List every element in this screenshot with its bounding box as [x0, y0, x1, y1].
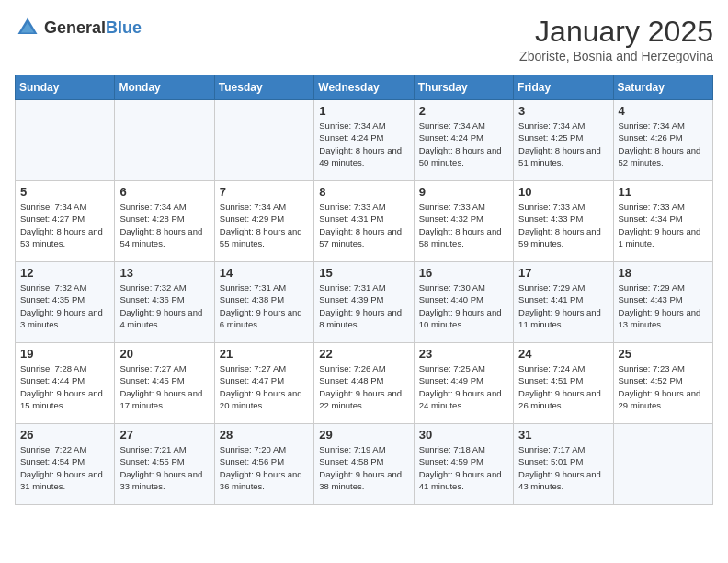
calendar-day-cell: 17Sunrise: 7:29 AM Sunset: 4:41 PM Dayli… [514, 262, 613, 343]
day-number: 24 [518, 347, 608, 361]
day-info: Sunrise: 7:17 AM Sunset: 5:01 PM Dayligh… [518, 443, 608, 492]
day-info: Sunrise: 7:27 AM Sunset: 4:47 PM Dayligh… [220, 362, 309, 411]
logo-blue: Blue [106, 18, 142, 37]
weekday-header-cell: Friday [514, 75, 613, 100]
day-number: 22 [319, 347, 408, 361]
day-info: Sunrise: 7:33 AM Sunset: 4:31 PM Dayligh… [319, 201, 408, 249]
day-info: Sunrise: 7:34 AM Sunset: 4:24 PM Dayligh… [419, 120, 508, 168]
weekday-header-cell: Tuesday [214, 75, 313, 100]
calendar-week-row: 1Sunrise: 7:34 AM Sunset: 4:24 PM Daylig… [16, 100, 713, 181]
day-info: Sunrise: 7:31 AM Sunset: 4:38 PM Dayligh… [220, 282, 309, 330]
day-info: Sunrise: 7:31 AM Sunset: 4:39 PM Dayligh… [319, 282, 408, 330]
day-info: Sunrise: 7:33 AM Sunset: 4:33 PM Dayligh… [518, 201, 608, 249]
calendar-day-cell [214, 100, 313, 181]
day-number: 10 [518, 185, 608, 199]
calendar-day-cell: 10Sunrise: 7:33 AM Sunset: 4:33 PM Dayli… [514, 181, 613, 262]
day-info: Sunrise: 7:21 AM Sunset: 4:55 PM Dayligh… [119, 443, 209, 492]
day-info: Sunrise: 7:24 AM Sunset: 4:51 PM Dayligh… [518, 362, 608, 411]
logo: GeneralBlue [15, 15, 142, 40]
day-info: Sunrise: 7:19 AM Sunset: 4:58 PM Dayligh… [319, 443, 408, 492]
calendar-day-cell: 18Sunrise: 7:29 AM Sunset: 4:43 PM Dayli… [613, 262, 712, 343]
day-number: 9 [419, 185, 508, 199]
weekday-header-cell: Saturday [613, 75, 712, 100]
calendar-day-cell: 21Sunrise: 7:27 AM Sunset: 4:47 PM Dayli… [214, 343, 313, 424]
calendar-day-cell: 15Sunrise: 7:31 AM Sunset: 4:39 PM Dayli… [314, 262, 414, 343]
calendar-day-cell: 29Sunrise: 7:19 AM Sunset: 4:58 PM Dayli… [314, 424, 414, 505]
weekday-header-cell: Wednesday [314, 75, 414, 100]
calendar-day-cell: 6Sunrise: 7:34 AM Sunset: 4:28 PM Daylig… [115, 181, 214, 262]
calendar-day-cell: 2Sunrise: 7:34 AM Sunset: 4:24 PM Daylig… [414, 100, 513, 181]
day-number: 8 [319, 185, 408, 199]
calendar-day-cell: 30Sunrise: 7:18 AM Sunset: 4:59 PM Dayli… [414, 424, 513, 505]
calendar-week-row: 12Sunrise: 7:32 AM Sunset: 4:35 PM Dayli… [16, 262, 713, 343]
day-info: Sunrise: 7:27 AM Sunset: 4:45 PM Dayligh… [119, 362, 209, 411]
calendar-day-cell: 26Sunrise: 7:22 AM Sunset: 4:54 PM Dayli… [16, 424, 115, 505]
calendar-table: SundayMondayTuesdayWednesdayThursdayFrid… [15, 75, 713, 505]
location-subtitle: Zboriste, Bosnia and Herzegovina [519, 49, 713, 63]
day-info: Sunrise: 7:25 AM Sunset: 4:49 PM Dayligh… [419, 362, 508, 411]
calendar-week-row: 5Sunrise: 7:34 AM Sunset: 4:27 PM Daylig… [16, 181, 713, 262]
day-info: Sunrise: 7:34 AM Sunset: 4:26 PM Dayligh… [619, 120, 708, 168]
month-title: January 2025 [519, 15, 713, 49]
day-number: 28 [220, 428, 309, 442]
day-info: Sunrise: 7:32 AM Sunset: 4:35 PM Dayligh… [20, 282, 109, 330]
day-info: Sunrise: 7:34 AM Sunset: 4:24 PM Dayligh… [319, 120, 408, 168]
calendar-week-row: 26Sunrise: 7:22 AM Sunset: 4:54 PM Dayli… [16, 424, 713, 505]
day-number: 31 [518, 428, 608, 442]
day-info: Sunrise: 7:34 AM Sunset: 4:27 PM Dayligh… [20, 201, 109, 249]
day-number: 21 [220, 347, 309, 361]
day-number: 20 [119, 347, 209, 361]
day-number: 6 [119, 185, 209, 199]
calendar-day-cell: 19Sunrise: 7:28 AM Sunset: 4:44 PM Dayli… [16, 343, 115, 424]
day-number: 13 [119, 266, 209, 280]
weekday-header-row: SundayMondayTuesdayWednesdayThursdayFrid… [16, 75, 713, 100]
calendar-day-cell: 14Sunrise: 7:31 AM Sunset: 4:38 PM Dayli… [214, 262, 313, 343]
calendar-day-cell [16, 100, 115, 181]
calendar-day-cell: 22Sunrise: 7:26 AM Sunset: 4:48 PM Dayli… [314, 343, 414, 424]
day-info: Sunrise: 7:20 AM Sunset: 4:56 PM Dayligh… [220, 443, 309, 492]
day-number: 30 [419, 428, 508, 442]
day-number: 11 [619, 185, 708, 199]
calendar-day-cell: 12Sunrise: 7:32 AM Sunset: 4:35 PM Dayli… [16, 262, 115, 343]
calendar-day-cell: 23Sunrise: 7:25 AM Sunset: 4:49 PM Dayli… [414, 343, 513, 424]
logo-general: General [44, 18, 106, 37]
calendar-week-row: 19Sunrise: 7:28 AM Sunset: 4:44 PM Dayli… [16, 343, 713, 424]
day-info: Sunrise: 7:28 AM Sunset: 4:44 PM Dayligh… [20, 362, 109, 411]
day-info: Sunrise: 7:34 AM Sunset: 4:29 PM Dayligh… [220, 201, 309, 249]
logo-icon [15, 15, 40, 40]
calendar-day-cell: 27Sunrise: 7:21 AM Sunset: 4:55 PM Dayli… [115, 424, 214, 505]
day-info: Sunrise: 7:29 AM Sunset: 4:43 PM Dayligh… [619, 282, 708, 330]
day-info: Sunrise: 7:22 AM Sunset: 4:54 PM Dayligh… [20, 443, 109, 492]
calendar-day-cell [613, 424, 712, 505]
calendar-day-cell: 28Sunrise: 7:20 AM Sunset: 4:56 PM Dayli… [214, 424, 313, 505]
calendar-day-cell: 16Sunrise: 7:30 AM Sunset: 4:40 PM Dayli… [414, 262, 513, 343]
day-info: Sunrise: 7:23 AM Sunset: 4:52 PM Dayligh… [619, 362, 708, 411]
day-number: 19 [20, 347, 109, 361]
day-info: Sunrise: 7:32 AM Sunset: 4:36 PM Dayligh… [119, 282, 209, 330]
calendar-day-cell: 25Sunrise: 7:23 AM Sunset: 4:52 PM Dayli… [613, 343, 712, 424]
day-info: Sunrise: 7:34 AM Sunset: 4:28 PM Dayligh… [119, 201, 209, 249]
calendar-day-cell: 3Sunrise: 7:34 AM Sunset: 4:25 PM Daylig… [514, 100, 613, 181]
day-number: 26 [20, 428, 109, 442]
day-number: 14 [220, 266, 309, 280]
day-info: Sunrise: 7:33 AM Sunset: 4:32 PM Dayligh… [419, 201, 508, 249]
day-number: 1 [319, 104, 408, 118]
weekday-header-cell: Thursday [414, 75, 513, 100]
day-number: 25 [619, 347, 708, 361]
day-number: 15 [319, 266, 408, 280]
calendar-day-cell: 9Sunrise: 7:33 AM Sunset: 4:32 PM Daylig… [414, 181, 513, 262]
title-block: January 2025 Zboriste, Bosnia and Herzeg… [519, 15, 713, 63]
day-info: Sunrise: 7:26 AM Sunset: 4:48 PM Dayligh… [319, 362, 408, 411]
day-number: 27 [119, 428, 209, 442]
weekday-header-cell: Monday [115, 75, 214, 100]
day-info: Sunrise: 7:33 AM Sunset: 4:34 PM Dayligh… [619, 201, 708, 249]
calendar-day-cell: 20Sunrise: 7:27 AM Sunset: 4:45 PM Dayli… [115, 343, 214, 424]
calendar-day-cell: 11Sunrise: 7:33 AM Sunset: 4:34 PM Dayli… [613, 181, 712, 262]
calendar-day-cell: 24Sunrise: 7:24 AM Sunset: 4:51 PM Dayli… [514, 343, 613, 424]
day-info: Sunrise: 7:30 AM Sunset: 4:40 PM Dayligh… [419, 282, 508, 330]
day-number: 4 [619, 104, 708, 118]
calendar-day-cell [115, 100, 214, 181]
day-number: 29 [319, 428, 408, 442]
calendar-day-cell: 31Sunrise: 7:17 AM Sunset: 5:01 PM Dayli… [514, 424, 613, 505]
day-number: 16 [419, 266, 508, 280]
